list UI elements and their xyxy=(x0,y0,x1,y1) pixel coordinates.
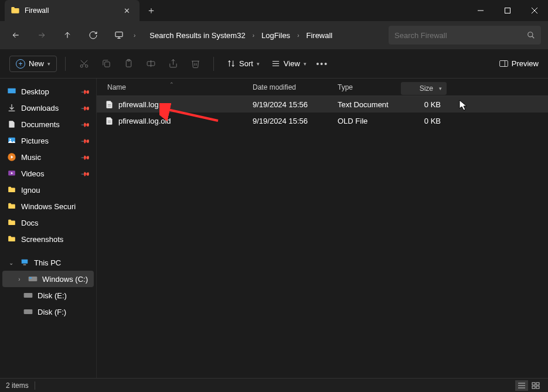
folder-icon xyxy=(7,185,16,195)
sidebar-item-disk-f[interactable]: Disk (F:) xyxy=(2,304,94,320)
tab-title: Firewall xyxy=(25,6,115,15)
chevron-right-icon: › xyxy=(297,32,299,39)
sidebar-label: Desktop xyxy=(21,87,49,96)
svg-line-11 xyxy=(532,36,535,39)
divider xyxy=(65,57,66,71)
refresh-button[interactable] xyxy=(82,24,104,46)
col-name[interactable]: ⌃ Name xyxy=(97,83,247,91)
large-icons-view-button[interactable] xyxy=(529,380,542,391)
new-tab-button[interactable]: ＋ xyxy=(139,0,163,21)
paste-button[interactable] xyxy=(118,54,138,74)
column-headers: ⌃ Name Date modified Type Size▾ xyxy=(97,79,548,96)
cut-button[interactable] xyxy=(74,54,94,74)
sidebar-label: Downloads xyxy=(21,104,59,113)
sidebar-item-downloads[interactable]: Downloads 📌 xyxy=(2,100,94,116)
svg-rect-39 xyxy=(23,264,26,265)
close-window-button[interactable] xyxy=(521,0,548,21)
sidebar-item-docs[interactable]: Docs xyxy=(2,214,94,231)
sidebar-item-ignou[interactable]: Ignou xyxy=(2,182,94,198)
statusbar: 2 items xyxy=(0,378,548,392)
col-date[interactable]: Date modified xyxy=(247,83,332,91)
sidebar-item-winsec[interactable]: Windows Securi xyxy=(2,198,94,214)
expand-icon[interactable]: › xyxy=(15,276,23,282)
sort-asc-icon: ⌃ xyxy=(169,81,174,87)
sidebar-item-pictures[interactable]: Pictures 📌 xyxy=(2,132,94,149)
col-type-label: Type xyxy=(338,83,353,91)
file-name: pfirewall.log.old xyxy=(118,117,171,125)
forward-button[interactable] xyxy=(30,24,53,46)
col-size[interactable]: Size▾ xyxy=(401,82,447,95)
svg-rect-1 xyxy=(505,8,510,13)
preview-button[interactable]: Preview xyxy=(499,59,539,68)
search-box[interactable] xyxy=(389,26,541,45)
tab-firewall[interactable]: Firewall ✕ xyxy=(5,0,139,21)
folder-icon xyxy=(7,218,16,227)
sidebar-label: Documents xyxy=(21,120,60,129)
more-button[interactable]: ••• xyxy=(314,59,331,69)
sidebar-label: Videos xyxy=(21,169,45,178)
file-size: 0 KB xyxy=(401,100,447,109)
pictures-icon xyxy=(7,136,16,145)
chevron-down-icon: ▾ xyxy=(47,61,50,67)
file-size: 0 KB xyxy=(401,117,447,125)
pin-icon: 📌 xyxy=(81,136,90,145)
sidebar-item-disk-e[interactable]: Disk (E:) xyxy=(2,287,94,304)
file-date: 9/19/2024 15:56 xyxy=(247,100,332,109)
view-button[interactable]: View ▾ xyxy=(267,56,311,71)
svg-rect-52 xyxy=(536,383,539,385)
svg-point-12 xyxy=(80,65,83,67)
navbar: › Search Results in System32 › LogFiles … xyxy=(0,21,548,49)
minimize-button[interactable] xyxy=(467,0,494,21)
file-row[interactable]: pfirewall.log.old 9/19/2024 15:56 OLD Fi… xyxy=(97,113,548,129)
file-row[interactable]: pfirewall.log 9/19/2024 15:56 Text Docum… xyxy=(97,96,548,113)
new-button[interactable]: + New ▾ xyxy=(9,56,57,72)
breadcrumb: Search Results in System32 › LogFiles › … xyxy=(141,25,385,45)
sidebar-item-music[interactable]: Music 📌 xyxy=(2,149,94,165)
details-view-button[interactable] xyxy=(515,380,528,391)
plus-icon: + xyxy=(16,59,25,69)
pc-icon[interactable] xyxy=(108,24,130,46)
desktop-icon xyxy=(7,87,16,96)
breadcrumb-seg3[interactable]: Firewall xyxy=(302,29,336,42)
documents-icon xyxy=(7,120,16,129)
chevron-down-icon: ▾ xyxy=(304,61,307,67)
sidebar-item-desktop[interactable]: Desktop 📌 xyxy=(2,83,94,100)
copy-button[interactable] xyxy=(96,54,116,74)
sidebar-item-videos[interactable]: Videos 📌 xyxy=(2,165,94,182)
drive-icon xyxy=(28,274,38,284)
pin-icon: 📌 xyxy=(81,87,90,96)
breadcrumb-seg1[interactable]: Search Results in System32 xyxy=(146,29,249,42)
pin-icon: 📌 xyxy=(81,152,90,162)
sidebar[interactable]: Desktop 📌 Downloads 📌 Documents 📌 Pictur… xyxy=(0,79,97,378)
svg-rect-16 xyxy=(104,62,110,67)
share-button[interactable] xyxy=(163,54,183,74)
document-icon xyxy=(105,117,114,125)
item-count: 2 items xyxy=(6,381,29,390)
sidebar-item-thispc[interactable]: ⌄ This PC xyxy=(2,254,94,271)
collapse-icon[interactable]: ⌄ xyxy=(7,260,15,266)
sidebar-item-documents[interactable]: Documents 📌 xyxy=(2,116,94,132)
chevron-down-icon: ▾ xyxy=(439,86,442,91)
rename-button[interactable] xyxy=(141,54,161,74)
delete-button[interactable] xyxy=(185,54,205,74)
divider xyxy=(35,381,35,390)
search-input[interactable] xyxy=(394,31,527,40)
maximize-button[interactable] xyxy=(494,0,521,21)
svg-rect-54 xyxy=(536,386,539,388)
downloads-icon xyxy=(7,103,16,113)
breadcrumb-seg2[interactable]: LogFiles xyxy=(258,29,294,42)
folder-icon xyxy=(7,202,16,211)
up-button[interactable] xyxy=(56,24,79,46)
titlebar: Firewall ✕ ＋ xyxy=(0,0,548,21)
close-tab-button[interactable]: ✕ xyxy=(120,6,134,15)
file-type: OLD File xyxy=(332,117,401,125)
back-button[interactable] xyxy=(5,24,27,46)
sidebar-item-screenshots[interactable]: Screenshots xyxy=(2,231,94,247)
file-name: pfirewall.log xyxy=(118,100,159,109)
sort-label: Sort xyxy=(239,59,253,68)
sidebar-label: Disk (E:) xyxy=(38,291,67,300)
sort-button[interactable]: Sort ▾ xyxy=(222,56,264,71)
sidebar-label: Windows Securi xyxy=(21,202,76,211)
col-type[interactable]: Type xyxy=(332,83,401,91)
sidebar-item-windows-c[interactable]: › Windows (C:) xyxy=(2,271,94,287)
